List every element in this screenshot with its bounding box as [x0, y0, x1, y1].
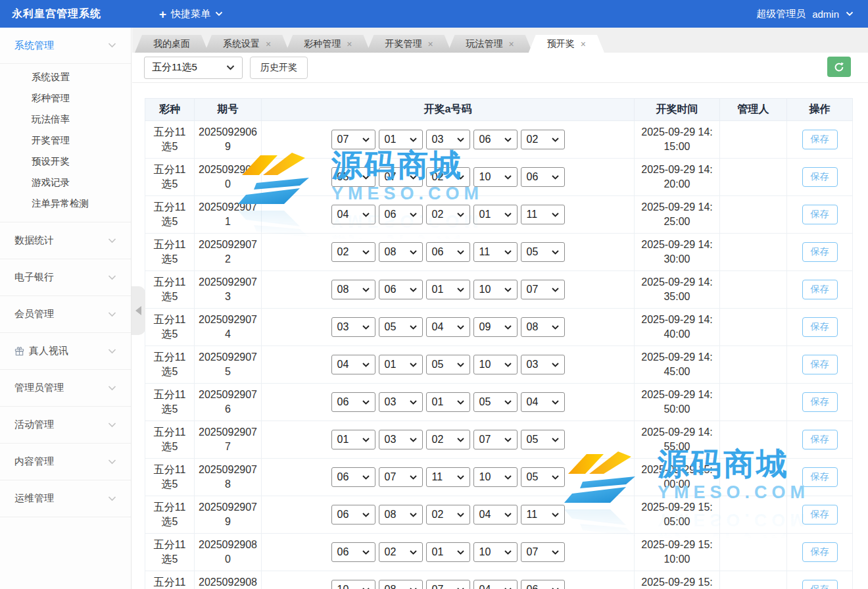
number-select[interactable]: 05 — [473, 392, 518, 412]
number-select[interactable]: 05 — [521, 242, 565, 262]
number-select[interactable]: 11 — [521, 205, 565, 224]
number-select[interactable]: 05 — [379, 317, 423, 337]
save-button[interactable]: 保存 — [802, 392, 838, 412]
save-button[interactable]: 保存 — [802, 205, 838, 224]
number-select[interactable]: 06 — [379, 205, 423, 224]
sidebar-item[interactable]: 系统设置 — [0, 66, 131, 88]
refresh-button[interactable] — [827, 57, 851, 77]
sidebar-section-header[interactable]: 管理员管理 — [0, 370, 131, 406]
number-select[interactable]: 05 — [521, 430, 565, 449]
sidebar-section-header[interactable]: 数据统计 — [0, 222, 131, 259]
number-select[interactable]: 10 — [473, 167, 518, 187]
number-select[interactable]: 03 — [331, 317, 375, 337]
number-select[interactable]: 04 — [331, 205, 375, 224]
tab[interactable]: 预开奖 × — [529, 35, 604, 53]
user-menu[interactable]: admin — [812, 9, 839, 20]
number-select[interactable]: 06 — [521, 167, 565, 187]
number-select[interactable]: 02 — [426, 205, 470, 224]
number-select[interactable]: 08 — [379, 580, 423, 589]
save-button[interactable]: 保存 — [802, 242, 838, 262]
save-button[interactable]: 保存 — [802, 355, 838, 374]
sidebar-item[interactable]: 注单异常检测 — [0, 193, 131, 214]
number-select[interactable]: 02 — [331, 242, 375, 262]
lottery-type-select[interactable]: 五分11选5 — [144, 57, 243, 79]
number-select[interactable]: 10 — [473, 467, 518, 487]
tab[interactable]: 我的桌面 — [135, 35, 208, 53]
number-select[interactable]: 11 — [426, 467, 470, 487]
number-select[interactable]: 05 — [426, 355, 470, 374]
save-button[interactable]: 保存 — [802, 467, 838, 487]
number-select[interactable]: 10 — [473, 280, 518, 299]
number-select[interactable]: 06 — [521, 580, 565, 589]
close-icon[interactable]: × — [509, 39, 514, 49]
tab[interactable]: 系统设置 × — [205, 35, 289, 53]
number-select[interactable]: 07 — [331, 130, 375, 149]
number-select[interactable]: 11 — [521, 505, 565, 525]
sidebar-section-header[interactable]: 活动管理 — [0, 407, 131, 443]
number-select[interactable]: 07 — [521, 542, 565, 562]
number-select[interactable]: 10 — [473, 355, 518, 374]
number-select[interactable]: 02 — [521, 130, 565, 149]
save-button[interactable]: 保存 — [802, 580, 838, 589]
number-select[interactable]: 09 — [473, 317, 518, 337]
number-select[interactable]: 06 — [331, 542, 375, 562]
sidebar-section-header[interactable]: 会员管理 — [0, 296, 131, 332]
number-select[interactable]: 08 — [521, 317, 565, 337]
number-select[interactable]: 07 — [379, 167, 423, 187]
number-select[interactable]: 01 — [473, 205, 518, 224]
number-select[interactable]: 04 — [521, 392, 565, 412]
save-button[interactable]: 保存 — [802, 505, 838, 525]
number-select[interactable]: 10 — [331, 580, 375, 589]
number-select[interactable]: 06 — [473, 130, 518, 149]
number-select[interactable]: 01 — [379, 355, 423, 374]
sidebar-item[interactable]: 开奖管理 — [0, 130, 131, 151]
save-button[interactable]: 保存 — [802, 130, 838, 149]
number-select[interactable]: 02 — [426, 505, 470, 525]
close-icon[interactable]: × — [581, 39, 586, 49]
save-button[interactable]: 保存 — [802, 430, 838, 449]
number-select[interactable]: 05 — [521, 467, 565, 487]
number-select[interactable]: 06 — [331, 467, 375, 487]
number-select[interactable]: 03 — [521, 355, 565, 374]
sidebar-section-header[interactable]: 真人视讯 — [0, 333, 131, 369]
save-button[interactable]: 保存 — [802, 167, 838, 187]
number-select[interactable]: 06 — [426, 242, 470, 262]
history-draws-button[interactable]: 历史开奖 — [250, 57, 308, 79]
close-icon[interactable]: × — [427, 39, 433, 49]
sidebar-item[interactable]: 彩种管理 — [0, 88, 131, 109]
save-button[interactable]: 保存 — [802, 542, 838, 562]
number-select[interactable]: 04 — [331, 355, 375, 374]
number-select[interactable]: 01 — [426, 392, 470, 412]
number-select[interactable]: 11 — [473, 242, 518, 262]
number-select[interactable]: 01 — [426, 280, 470, 299]
number-select[interactable]: 06 — [331, 505, 375, 525]
number-select[interactable]: 04 — [473, 580, 518, 589]
number-select[interactable]: 03 — [426, 130, 470, 149]
number-select[interactable]: 01 — [331, 430, 375, 449]
close-icon[interactable]: × — [347, 39, 352, 49]
quick-menu-button[interactable]: + 快捷菜单 — [159, 8, 223, 20]
sidebar-section-header[interactable]: 内容管理 — [0, 444, 131, 480]
number-select[interactable]: 04 — [473, 505, 518, 525]
tab[interactable]: 彩种管理 × — [285, 35, 370, 53]
number-select[interactable]: 07 — [426, 580, 470, 589]
sidebar-section-header[interactable]: 运维管理 — [0, 480, 131, 517]
number-select[interactable]: 08 — [379, 242, 423, 262]
number-select[interactable]: 01 — [379, 130, 423, 149]
tab[interactable]: 玩法管理 × — [448, 35, 533, 53]
sidebar-collapse-handle[interactable] — [132, 286, 145, 335]
number-select[interactable]: 02 — [379, 542, 423, 562]
number-select[interactable]: 01 — [426, 542, 470, 562]
sidebar-section-header[interactable]: 电子银行 — [0, 259, 131, 295]
number-select[interactable]: 02 — [426, 430, 470, 449]
save-button[interactable]: 保存 — [802, 280, 838, 299]
number-select[interactable]: 07 — [473, 430, 518, 449]
sidebar-item[interactable]: 玩法倍率 — [0, 109, 131, 130]
number-select[interactable]: 10 — [473, 542, 518, 562]
number-select[interactable]: 06 — [379, 280, 423, 299]
number-select[interactable]: 05 — [331, 167, 375, 187]
number-select[interactable]: 02 — [426, 167, 470, 187]
chevron-down-icon[interactable] — [846, 11, 854, 16]
sidebar-item[interactable]: 游戏记录 — [0, 172, 131, 193]
number-select[interactable]: 07 — [379, 467, 423, 487]
